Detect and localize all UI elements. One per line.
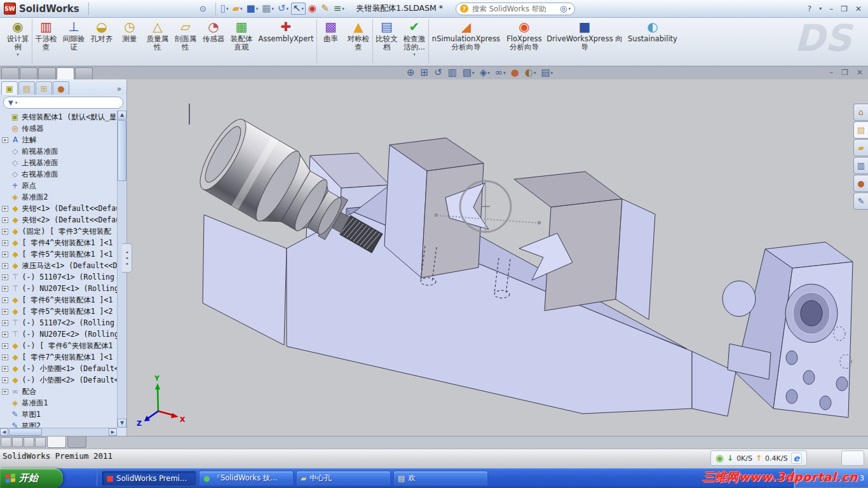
section-view-button[interactable]: ▥ <box>448 67 458 78</box>
tree-item-washer2[interactable]: + ◆ (-) 小垫圈<2> (Default< <box>0 374 117 386</box>
driveworksxpress-button[interactable]: ■ DriveWorksXpress 向导 <box>545 19 624 64</box>
configurationmanager-tab[interactable]: ⊞ <box>36 81 52 95</box>
menu-help[interactable] <box>180 6 193 11</box>
taskpane-design-library-tab[interactable]: ▤ <box>853 121 868 139</box>
chevron-down-icon[interactable]: ▾ <box>17 52 19 57</box>
chevron-down-icon[interactable]: ▾ <box>568 6 571 11</box>
tree-item-bearing-nu207e-2[interactable]: + ⊤ (-) NU207E<2> (Rolling <box>0 329 117 340</box>
expand-plus-icon[interactable]: + <box>2 274 8 280</box>
displaymanager-tab[interactable]: ● <box>53 81 69 95</box>
tree-item-top-plane[interactable]: ◇ 上视基准面 <box>0 157 117 168</box>
expand-plus-icon[interactable]: + <box>2 229 8 234</box>
tree-item-mates[interactable]: + ∞ 配合 <box>0 386 117 397</box>
tree-horizontal-scrollbar[interactable]: ◀ ▶ <box>0 428 117 436</box>
tree-item-part6b[interactable]: + ◆ (-) [ 零件6^夹钳装配体1 <box>0 340 117 351</box>
check-active-button[interactable]: ✔ 检查激活的... ▾ <box>400 19 428 64</box>
tree-item-jaw1[interactable]: + ◆ 夹钳<1> (Default<<Defau <box>0 203 117 214</box>
expand-plus-icon[interactable]: + <box>2 206 8 212</box>
doc-close-button[interactable]: ✕ <box>857 68 863 77</box>
sustainability-button[interactable]: ◐ Sustainability <box>624 19 681 64</box>
menu-tools[interactable] <box>142 6 155 11</box>
last-tab-button[interactable] <box>35 437 46 447</box>
taskpane-custom-properties-tab[interactable]: ✎ <box>853 193 868 210</box>
tree-item-bearing-nu207e-1[interactable]: + ⊤ (-) NU207E<1> (Rolling <box>0 283 117 294</box>
curvature-button[interactable]: ▩ 曲率 <box>316 19 344 64</box>
model-tab[interactable] <box>47 437 66 448</box>
mass-properties-button[interactable]: △ 质量属性 <box>144 19 172 64</box>
chevron-down-icon[interactable]: ▾ <box>240 6 243 11</box>
tree-item-washer1[interactable]: + ◆ (-) 小垫圈<1> (Default< <box>0 363 117 374</box>
assemblyxpert-button[interactable]: ✚ AssemblyXpert <box>255 19 316 64</box>
expand-plus-icon[interactable]: + <box>2 217 8 223</box>
expand-plus-icon[interactable]: + <box>2 286 8 292</box>
panel-expand-chevron[interactable]: » <box>117 85 125 95</box>
compare-documents-button[interactable]: ▤ 比较文档 <box>372 19 400 64</box>
expand-plus-icon[interactable]: + <box>2 355 8 360</box>
design-study-button[interactable]: ◉ 设计算例 ▾ <box>4 19 32 64</box>
tree-item-part5b[interactable]: + ◆ [ 零件5^夹钳装配体1 ]<2 <box>0 306 117 317</box>
tree-item-plane2[interactable]: ◈ 基准面2 <box>0 191 117 203</box>
chevron-down-icon[interactable]: ▾ <box>819 6 822 11</box>
first-tab-button[interactable] <box>1 437 11 447</box>
scroll-right-icon[interactable]: ▶ <box>109 428 117 436</box>
tree-item-part6[interactable]: + ◆ [ 零件6^夹钳装配体1 ]<1 <box>0 294 117 306</box>
expand-plus-icon[interactable]: + <box>2 309 8 315</box>
floxpress-button[interactable]: ◉ FloXpress 分析向导 <box>503 19 545 64</box>
options-button[interactable]: ≡ ▾ <box>332 3 346 14</box>
prev-tab-button[interactable] <box>12 437 23 447</box>
tab-assembly[interactable] <box>1 67 19 80</box>
chevron-down-icon[interactable]: ▾ <box>226 6 229 11</box>
hole-alignment-button[interactable]: ◒ 孔对齐 <box>88 19 116 64</box>
chevron-down-icon[interactable]: ▾ <box>413 52 416 57</box>
edit-sketch-button[interactable]: ✎ <box>320 3 331 14</box>
motion-study-tab[interactable] <box>67 437 86 448</box>
chevron-down-icon[interactable]: ▾ <box>487 71 490 76</box>
menu-toolbox[interactable] <box>155 6 168 11</box>
expand-plus-icon[interactable]: + <box>2 332 8 337</box>
scrollbar-thumb[interactable] <box>118 120 126 181</box>
undo-button[interactable]: ↺ ▾ <box>276 3 290 14</box>
start-button[interactable]: 开始 <box>0 468 63 488</box>
scroll-left-icon[interactable]: ◀ <box>0 428 8 436</box>
symmetry-check-button[interactable]: ▲ 对称检查 <box>344 19 372 64</box>
tree-item-origin[interactable]: + 原点 <box>0 180 117 191</box>
chevron-down-icon[interactable]: ▾ <box>15 100 18 105</box>
tree-root-assembly[interactable]: ▣ 夹钳装配体1 (默认<默认_显 <box>0 111 117 123</box>
chevron-down-icon[interactable]: ▾ <box>271 6 274 11</box>
tab-layout[interactable] <box>20 67 37 80</box>
new-document-button[interactable]: ▯ ▾ <box>219 3 230 14</box>
minimize-button[interactable]: – <box>829 4 833 13</box>
tree-item-part4[interactable]: + ◆ [ 零件4^夹钳装配体1 ]<1 <box>0 237 117 248</box>
propertymanager-tab[interactable]: ▤ <box>18 81 35 95</box>
print-button[interactable]: ▦ ▾ <box>261 3 275 14</box>
menu-view[interactable] <box>117 6 130 11</box>
tab-office-products[interactable] <box>75 67 93 80</box>
tab-sketch[interactable] <box>38 67 56 80</box>
simulationxpress-button[interactable]: ◢ nSimulationXpress 分析向导 <box>428 19 503 64</box>
view-orientation-button[interactable]: ▧ ▾ <box>463 67 475 78</box>
tree-item-right-plane[interactable]: ◇ 右视基准面 <box>0 168 117 180</box>
panel-collapse-handle[interactable]: ◂ ◂ ◂ <box>122 243 132 273</box>
tree-item-annotations[interactable]: + A 注解 <box>0 134 117 146</box>
doc-restore-button[interactable]: ❒ <box>841 68 848 77</box>
view-settings-button[interactable]: ▤ ▾ <box>541 67 553 78</box>
close-button[interactable]: ✕ <box>855 4 862 13</box>
chevron-down-icon[interactable]: ▾ <box>534 71 536 76</box>
expand-plus-icon[interactable]: + <box>2 320 8 326</box>
chevron-down-icon[interactable]: ▾ <box>342 6 344 11</box>
taskpane-resources-tab[interactable]: ⌂ <box>853 104 868 121</box>
expand-plus-icon[interactable]: + <box>2 137 8 143</box>
help-button[interactable]: ? <box>808 4 811 13</box>
open-button[interactable]: ▰ ▾ <box>231 3 243 14</box>
previous-view-button[interactable]: ↺ <box>434 67 443 78</box>
task-folder[interactable]: ▰ 中心孔 <box>296 471 391 486</box>
taskpane-file-explorer-tab[interactable]: ▰ <box>853 139 868 156</box>
hide-show-items-button[interactable]: ∞ ▾ <box>495 67 506 78</box>
graphics-viewport[interactable]: Y X Z ⌂ ▤ ▰ ▥ ● ✎ <box>128 79 868 436</box>
sensor-button[interactable]: ◔ 传感器 <box>200 19 227 64</box>
save-button[interactable]: ■ ▾ <box>245 3 260 14</box>
tree-item-jaw2[interactable]: + ◆ 夹钳<2> (Default<<Defau <box>0 214 117 226</box>
tree-item-sensors[interactable]: ◎ 传感器 <box>0 123 117 134</box>
search-icon[interactable]: ⊙ <box>193 1 213 16</box>
select-button[interactable]: ↖ ▾ <box>291 3 306 15</box>
